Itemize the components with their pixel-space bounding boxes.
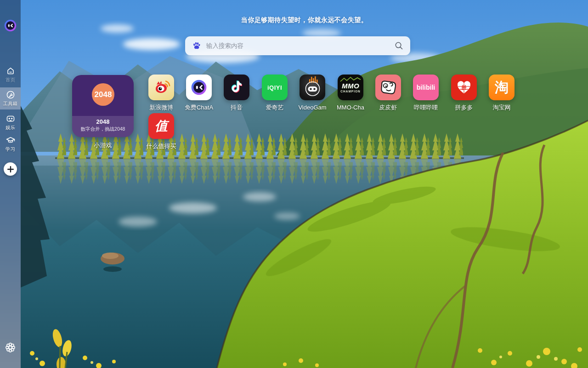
home-icon — [6, 66, 16, 76]
app-label: 拼多多 — [445, 104, 483, 111]
app-label: 免费ChatA — [180, 104, 218, 111]
smzdm-icon: 值 — [148, 113, 174, 139]
app-smzdm[interactable]: 值 什么值得买 — [142, 113, 181, 150]
app-taobao[interactable]: 淘 淘宝网 — [482, 75, 521, 111]
taobao-icon: 淘 — [489, 75, 514, 100]
sidebar: 首页 工具箱 娱乐 学习 — [0, 0, 21, 368]
app-label: 新浪微博 — [142, 104, 181, 111]
chata-logo-icon — [4, 19, 17, 32]
tile-2048-panel: 2048 数字合并，挑战2048 — [72, 116, 134, 137]
app-logo[interactable] — [4, 19, 17, 32]
sidebar-item-label: 工具箱 — [3, 101, 18, 107]
add-site-button[interactable] — [4, 162, 17, 176]
featured-tile-2048[interactable]: 2048 2048 数字合并，挑战2048 小游戏 — [72, 75, 134, 150]
sidebar-item-toolbox[interactable]: 工具箱 — [0, 87, 21, 109]
search-engine-button[interactable] — [192, 41, 202, 51]
app-label: 抖音 — [217, 104, 256, 111]
tile-2048-badge: 2048 — [92, 83, 114, 106]
app-mmo-champion[interactable]: MMO CHAMPION MMO-Cha — [331, 75, 370, 111]
videogam-icon — [300, 75, 325, 100]
sidebar-item-label: 娱乐 — [6, 125, 15, 131]
category-label: 小游戏 — [72, 141, 134, 150]
chata-icon — [186, 75, 212, 100]
magnifier-icon — [394, 41, 404, 51]
douyin-icon — [224, 75, 249, 100]
app-bilibili[interactable]: bilibili 哔哩哔哩 — [407, 75, 445, 111]
graduation-cap-icon — [6, 135, 16, 145]
app-label: 淘宝网 — [482, 104, 521, 111]
daily-quote: 当你足够期待失望时，你就永远不会失望。 — [21, 16, 588, 24]
app-label: MMO-Cha — [331, 104, 370, 111]
app-label: VideoGam — [293, 104, 332, 111]
gear-icon — [4, 341, 17, 354]
app-label: 哔哩哔哩 — [407, 104, 445, 111]
search-bar — [185, 36, 410, 55]
app-videogam[interactable]: VideoGam — [293, 75, 332, 111]
settings-button[interactable] — [4, 341, 17, 354]
bilibili-icon: bilibili — [413, 75, 439, 100]
mmo-champion-icon: MMO CHAMPION — [338, 75, 363, 100]
sidebar-item-home[interactable]: 首页 — [0, 63, 21, 86]
tile-2048-subtitle: 数字合并，挑战2048 — [72, 126, 134, 132]
iqiyi-icon: iQIYI — [262, 75, 288, 100]
pinduoduo-icon: 拼 — [451, 75, 477, 100]
search-input[interactable] — [206, 42, 390, 49]
sidebar-item-entertainment[interactable]: 娱乐 — [0, 111, 21, 133]
game-mask-icon — [6, 114, 16, 124]
toolbox-icon — [6, 90, 16, 100]
weibo-icon — [148, 75, 174, 100]
app-label: 皮皮虾 — [369, 104, 407, 111]
search-submit-button[interactable] — [394, 41, 404, 51]
sidebar-item-label: 学习 — [6, 146, 15, 153]
sidebar-item-label: 首页 — [6, 77, 15, 83]
app-iqiyi[interactable]: iQIYI 爱奇艺 — [255, 75, 294, 111]
app-weibo[interactable]: 新浪微博 — [142, 75, 181, 111]
app-pinduoduo[interactable]: 拼 拼多多 — [445, 75, 483, 111]
tile-2048: 2048 2048 数字合并，挑战2048 — [72, 75, 134, 137]
pipixia-icon — [375, 75, 401, 100]
tile-2048-title: 2048 — [72, 118, 134, 125]
app-douyin[interactable]: 抖音 — [217, 75, 256, 111]
sidebar-item-study[interactable]: 学习 — [0, 133, 21, 155]
baidu-paw-icon — [192, 41, 202, 51]
app-pipixia[interactable]: 皮皮虾 — [369, 75, 407, 111]
app-chata[interactable]: 免费ChatA — [180, 75, 218, 111]
app-label: 爱奇艺 — [255, 104, 294, 111]
plus-icon — [6, 165, 15, 173]
wallpaper — [0, 0, 588, 368]
app-label: 什么值得买 — [142, 143, 181, 150]
